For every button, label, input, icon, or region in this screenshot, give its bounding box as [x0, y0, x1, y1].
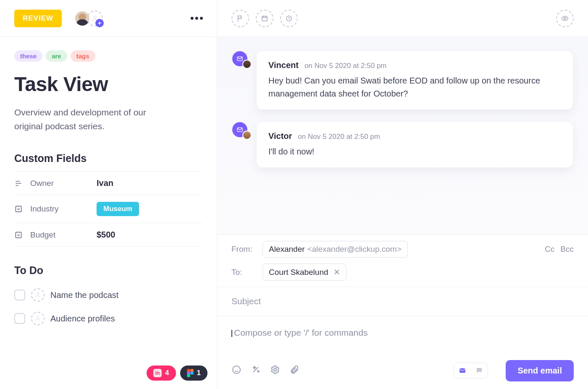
message-time: on Nov 5 2020 at 2:50 pm [298, 133, 380, 141]
svg-point-11 [274, 368, 276, 371]
status-badge[interactable]: REVIEW [14, 10, 62, 27]
remove-recipient-icon[interactable]: ✕ [333, 267, 340, 277]
cf-value[interactable]: Ivan [97, 178, 113, 188]
cf-value-chip[interactable]: Museum [97, 202, 139, 216]
message-bubble[interactable]: Victor on Nov 5 2020 at 2:50 pm I'll do … [257, 122, 573, 167]
invision-count: 4 [165, 369, 169, 377]
svg-rect-12 [460, 368, 466, 373]
custom-fields-table: Owner Ivan Industry Museum Budget $500 [14, 171, 202, 247]
mode-comment[interactable] [471, 363, 488, 378]
message-author: Vincent [268, 60, 299, 70]
todo-label[interactable]: Name the podcast [50, 290, 118, 300]
cf-label: Industry [30, 204, 89, 214]
tag[interactable]: tags [71, 50, 95, 62]
watch-button[interactable] [556, 10, 574, 27]
from-row: From: Alexander <alexander@clickup.com> … [217, 235, 588, 264]
todo-item: Name the podcast [14, 283, 202, 307]
cf-label: Budget [30, 230, 89, 240]
attachments-pills: in 4 1 [147, 366, 207, 381]
dropdown-icon [14, 231, 23, 239]
cc-button[interactable]: Cc [545, 245, 554, 254]
to-name: Court Skabelund [269, 268, 328, 277]
attach-button[interactable] [289, 365, 299, 376]
subject-input[interactable] [231, 296, 574, 306]
svg-point-3 [37, 293, 39, 295]
custom-field-row: Budget $500 [14, 223, 202, 247]
to-row: To: Court Skabelund ✕ [217, 264, 588, 287]
from-name: Alexander [269, 245, 305, 254]
figma-count: 1 [197, 369, 201, 377]
message-avatar[interactable] [232, 51, 249, 66]
svg-point-0 [94, 16, 96, 18]
message-body: Hey bud! Can you email Swati before EOD … [268, 74, 561, 100]
message-author: Victor [268, 131, 292, 141]
flag-button[interactable] [231, 10, 249, 27]
emoji-button[interactable] [231, 365, 242, 376]
svg-point-7 [564, 17, 566, 19]
figma-icon [187, 369, 194, 377]
from-chip[interactable]: Alexander <alexander@clickup.com> [262, 241, 408, 258]
time-button[interactable] [280, 10, 298, 27]
message: Victor on Nov 5 2020 at 2:50 pm I'll do … [232, 122, 573, 167]
svg-rect-2 [16, 232, 21, 238]
plus-icon: + [95, 19, 104, 27]
ai-button[interactable] [251, 365, 261, 376]
user-avatar-small [242, 60, 252, 69]
custom-field-row: Owner Ivan [14, 172, 202, 195]
to-label: To: [231, 268, 255, 277]
text-lines-icon [14, 179, 23, 188]
send-email-button[interactable]: Send email [506, 360, 574, 381]
message-thread[interactable]: Vincent on Nov 5 2020 at 2:50 pm Hey bud… [217, 37, 588, 235]
custom-fields-heading: Custom Fields [14, 152, 202, 164]
todo-label[interactable]: Audience profiles [50, 314, 115, 324]
todo-heading: To Do [14, 264, 202, 277]
message-body: I'll do it now! [268, 145, 561, 158]
tag[interactable]: these [14, 50, 42, 62]
message-avatar[interactable] [232, 122, 249, 137]
checkbox[interactable] [14, 290, 25, 300]
checkbox[interactable] [14, 313, 25, 324]
date-button[interactable] [256, 10, 273, 27]
compose-body[interactable]: Compose or type '/' for commands [217, 316, 588, 362]
svg-rect-1 [16, 206, 21, 211]
more-menu-button[interactable]: ••• [190, 12, 204, 25]
to-chip[interactable]: Court Skabelund ✕ [262, 264, 346, 281]
mode-toggle [454, 363, 488, 379]
compose-placeholder: Compose or type '/' for commands [234, 328, 368, 337]
svg-point-10 [233, 366, 240, 373]
tags-row: these are tags [14, 50, 202, 62]
assignees: + [74, 10, 103, 26]
svg-rect-5 [262, 16, 267, 21]
from-label: From: [231, 245, 255, 254]
custom-field-row: Industry Museum [14, 195, 202, 223]
task-title[interactable]: Task View [14, 73, 202, 96]
svg-point-4 [37, 316, 39, 319]
add-assignee-button[interactable]: + [87, 10, 103, 26]
left-header: REVIEW + ••• [0, 0, 217, 37]
email-composer: From: Alexander <alexander@clickup.com> … [217, 235, 588, 389]
settings-button[interactable] [270, 365, 280, 376]
mode-email[interactable] [454, 363, 471, 378]
user-avatar-small [242, 131, 252, 140]
assign-button[interactable] [31, 288, 45, 302]
right-panel: Vincent on Nov 5 2020 at 2:50 pm Hey bud… [217, 0, 588, 389]
task-description[interactable]: Overview and development of our original… [14, 106, 174, 133]
message-bubble[interactable]: Vincent on Nov 5 2020 at 2:50 pm Hey bud… [257, 51, 573, 110]
message: Vincent on Nov 5 2020 at 2:50 pm Hey bud… [232, 51, 573, 110]
invision-pill[interactable]: in 4 [147, 366, 176, 381]
left-panel: REVIEW + ••• these are tags Task View Ov… [0, 0, 217, 389]
tag[interactable]: are [46, 50, 67, 62]
assign-button[interactable] [31, 312, 45, 325]
bcc-button[interactable]: Bcc [560, 245, 574, 254]
invision-icon: in [153, 369, 162, 377]
right-header [217, 0, 588, 37]
cf-value[interactable]: $500 [97, 230, 116, 240]
figma-pill[interactable]: 1 [180, 366, 207, 381]
cf-label: Owner [30, 179, 89, 188]
todo-item: Audience profiles [14, 307, 202, 330]
from-email: <alexander@clickup.com> [307, 245, 402, 254]
dropdown-icon [14, 205, 23, 213]
message-time: on Nov 5 2020 at 2:50 pm [304, 62, 387, 70]
